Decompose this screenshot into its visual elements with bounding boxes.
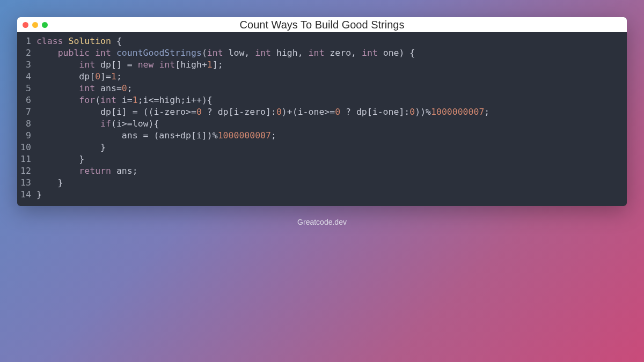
code-window: Count Ways To Build Good Strings 1 2 3 4… <box>17 17 627 206</box>
code-line: dp[i] = ((i-zero>=0 ? dp[i-zero]:0)+(i-o… <box>36 107 489 117</box>
minimize-icon[interactable] <box>32 22 38 28</box>
code-content[interactable]: class Solution { public int countGoodStr… <box>36 35 489 201</box>
code-line: public int countGoodStrings(int low, int… <box>36 48 415 58</box>
code-line: } <box>36 178 63 188</box>
maximize-icon[interactable] <box>42 22 48 28</box>
code-line: for(int i=1;i<=high;i++){ <box>36 95 213 105</box>
code-line: class Solution { <box>36 36 122 46</box>
code-line: int dp[] = new int[high+1]; <box>36 60 223 70</box>
code-line: } <box>36 142 106 152</box>
code-line: ans = (ans+dp[i])%1000000007; <box>36 130 276 141</box>
code-line: if(i>=low){ <box>36 119 159 129</box>
titlebar: Count Ways To Build Good Strings <box>17 17 627 32</box>
code-line: int ans=0; <box>36 83 133 93</box>
close-icon[interactable] <box>23 22 28 28</box>
code-area: 1 2 3 4 5 6 7 8 9 10 11 12 13 14 class S… <box>17 32 627 206</box>
watermark-text: Greatcode.dev <box>0 218 644 226</box>
code-line: return ans; <box>36 166 138 176</box>
code-line: dp[0]=1; <box>36 71 122 82</box>
traffic-lights <box>23 22 48 28</box>
line-number-gutter: 1 2 3 4 5 6 7 8 9 10 11 12 13 14 <box>17 35 36 201</box>
code-line: } <box>36 154 84 164</box>
window-title: Count Ways To Build Good Strings <box>17 19 627 31</box>
code-line: } <box>36 189 42 200</box>
